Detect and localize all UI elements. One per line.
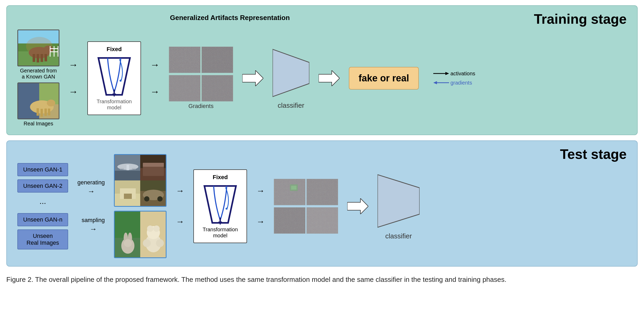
transform-box-test: Fixed Transformationmodel [193,169,247,243]
training-title: Training stage [534,11,627,27]
classifier-label-training: classifier [278,101,304,110]
svg-rect-87 [307,208,338,234]
test-gradient-cell-2 [306,179,338,205]
svg-rect-21 [37,108,39,116]
sampling-group: sampling → [82,217,105,233]
svg-point-68 [124,239,132,247]
svg-point-62 [157,196,163,202]
svg-marker-41 [445,72,449,75]
svg-point-73 [153,225,160,232]
funnel-svg-training [93,55,135,97]
sampled-collage [114,211,167,258]
funnel-svg-test [199,183,241,225]
gradient-row-1 [169,47,233,73]
arrow-to-fakereal [319,70,340,86]
svg-rect-48 [120,168,124,169]
gan-image-box [17,30,59,66]
grad-cell-3-svg [169,75,200,101]
grad-cell-1-svg [169,47,200,73]
svg-marker-89 [347,198,368,214]
sample-arrow: → [89,225,97,233]
big-arrow-training [242,70,263,86]
svg-rect-88 [307,208,338,234]
svg-rect-7 [41,54,43,62]
legend-gradients: gradients [433,80,475,86]
fake-real-box: fake or real [349,67,419,90]
classifier-group-test: classifier [378,172,420,240]
big-arrow-test-svg [347,198,368,214]
gradient-group-test [274,179,338,234]
gradient-panel-test [274,179,338,234]
classifier-svg-test [378,172,420,230]
svg-rect-57 [124,194,132,199]
gradient-cell-2 [202,47,233,73]
test-title: Test stage [560,146,627,162]
collage-1 [115,155,140,180]
svg-marker-43 [433,81,437,84]
gradient-row-2 [169,75,233,101]
svg-rect-45 [115,171,140,180]
svg-marker-38 [273,49,309,97]
test-arrows-to-transform: → → [176,186,184,227]
svg-rect-36 [202,75,233,101]
gan-box-2: Unseen GAN-2 [17,179,68,193]
collage-1-svg [115,155,140,180]
real-image-labeled: Real Images [17,82,59,127]
real-image [18,83,59,119]
gen-arrow: → [87,187,95,196]
svg-rect-81 [290,184,298,191]
test-arrows-to-grad: → → [256,186,265,227]
svg-rect-22 [41,109,43,117]
generating-group: generating → [77,179,105,196]
svg-rect-86 [274,208,305,234]
real-image-label: Real Images [24,121,53,127]
real-image-box [17,82,59,119]
tgc4-svg [307,208,338,234]
svg-marker-39 [319,70,340,86]
gan-image-labeled: Generated fromGenerated from a Known GAN… [17,30,59,80]
svg-rect-82 [291,186,296,190]
gradient-cell-3 [169,75,200,101]
activation-arrow-icon [433,71,449,76]
svg-rect-35 [202,75,233,101]
svg-point-74 [143,239,151,247]
transform-fixed-label-test: Fixed [199,174,241,181]
main-container: Training stage Generalized Artifacts Rep… [6,5,638,285]
svg-rect-14 [50,51,58,52]
tgc2-svg [307,179,338,205]
generated-collage [114,154,167,207]
test-gradient-row-1 [274,179,338,205]
svg-point-72 [147,225,153,232]
gradient-cell-4 [202,75,233,101]
collage-6-svg [140,212,166,257]
test-gradient-row-2 [274,207,338,234]
svg-rect-34 [169,75,200,101]
svg-rect-13 [50,48,58,49]
classifier-label-test: classifier [385,232,412,240]
test-gradient-cell-1 [274,179,305,205]
test-arrow-5: → [256,186,265,196]
grad-cell-4-svg [202,75,233,101]
legend-activations-label: activations [450,71,475,77]
test-panel: Test stage Unseen GAN-1 Unseen GAN-2 ···… [6,140,638,267]
collage-2-svg [140,155,166,180]
transform-box-training: Fixed Transformationmodel [87,41,141,115]
arrow-4: → [150,86,160,97]
gen-sample-arrows: generating → sampling → [77,179,105,233]
legend-activations: activations [433,71,475,77]
collage-4-svg [140,180,166,206]
gan-box-n: Unseen GAN-n [17,213,68,226]
gradient-panel-training [169,47,233,101]
test-gradient-cell-3 [274,207,305,234]
svg-rect-30 [169,47,200,73]
svg-rect-84 [307,179,338,205]
collage-5-svg [115,212,140,257]
svg-point-61 [144,196,149,202]
training-content: Generated fromGenerated from a Known GAN… [17,30,627,127]
grad-cell-2-svg [202,47,233,73]
gan-box-1: Unseen GAN-1 [17,163,68,176]
test-images-col [114,154,167,258]
svg-rect-47 [127,165,129,170]
sampling-label: sampling [82,217,105,224]
svg-rect-29 [169,47,200,73]
